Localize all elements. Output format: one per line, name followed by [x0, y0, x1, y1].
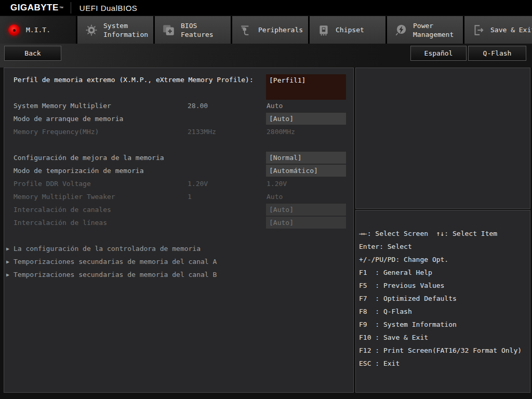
- submenu-channel-a-timings[interactable]: ▶ Temporizaciones secundarias de memoria…: [4, 255, 353, 268]
- setting-value[interactable]: [Perfil1]: [266, 74, 346, 100]
- top-bar: GIGABYTE™ UEFI DualBIOS: [0, 0, 532, 16]
- setting-label: Modo de temporización de memoria: [14, 164, 263, 177]
- tab-label: Peripherals: [258, 25, 308, 34]
- setting-label: Memory Frequency(MHz): [14, 125, 263, 138]
- tab-label: Power Management: [413, 21, 463, 39]
- qflash-button[interactable]: Q-Flash: [468, 46, 526, 61]
- tab-save-exit[interactable]: Save & Exit: [464, 16, 532, 44]
- tab-label: Save & Exit: [490, 25, 532, 34]
- help-line: F12 : Print Screen(FAT16/32 Format Only): [359, 344, 530, 357]
- setting-label: Profile DDR Voltage: [14, 177, 263, 190]
- tab-bios-features[interactable]: BIOS Features: [155, 16, 231, 44]
- setting-value: 2800MHz: [267, 125, 295, 138]
- submenu-arrow-icon: ▶: [6, 255, 9, 268]
- setting-value[interactable]: [Normal]: [266, 152, 346, 164]
- help-line: F5 : Previous Values: [359, 279, 530, 292]
- submenu-channel-b-timings[interactable]: ▶ Temporizaciones secundarias de memoria…: [4, 268, 353, 281]
- language-button[interactable]: Español: [410, 46, 467, 61]
- setting-current: 1.20V: [188, 177, 208, 190]
- back-button[interactable]: Back: [4, 46, 61, 61]
- help-line: +/-/PU/PD: Change Opt.: [359, 253, 530, 266]
- tab-label: System Information: [103, 21, 153, 39]
- setting-row-memory-boot-mode[interactable]: Modo de arranque de memoria [Auto]: [4, 112, 353, 125]
- setting-label: Intercalación de canales: [14, 203, 263, 216]
- help-line: →←: Select Screen ↑↓: Select Item: [359, 227, 530, 240]
- setting-row-memory-multiplier-tweaker: Memory Multiplier Tweaker 1 Auto: [4, 190, 353, 203]
- help-line: F10 : Save & Exit: [359, 331, 530, 344]
- submenu-label: Temporizaciones secundarias de memoria d…: [14, 255, 217, 268]
- tab-peripherals[interactable]: Peripherals: [232, 16, 308, 44]
- setting-value: 1.20V: [267, 177, 287, 190]
- key-help-panel: →←: Select Screen ↑↓: Select Item Enter:…: [355, 210, 530, 393]
- tab-chipset[interactable]: Chipset: [310, 16, 385, 44]
- submenu-memory-controller[interactable]: ▶ La configuración de la controladora de…: [4, 242, 353, 255]
- setting-label: Memory Multiplier Tweaker: [14, 190, 263, 203]
- tab-power-management[interactable]: Power Management: [387, 16, 463, 44]
- help-line: F1 : General Help: [359, 266, 530, 279]
- setting-value: [Auto]: [266, 204, 346, 216]
- setting-value[interactable]: [Auto]: [266, 113, 346, 125]
- save-exit-door-icon: [471, 23, 486, 37]
- setting-value: Auto: [267, 99, 283, 112]
- tab-label: Chipset: [336, 25, 385, 34]
- item-help-panel: [355, 68, 530, 209]
- settings-panel: Perfil de memoria extremo (X.M.P., eXtre…: [4, 68, 354, 393]
- setting-row-profile-ddr-voltage: Profile DDR Voltage 1.20V 1.20V: [4, 177, 353, 190]
- setting-label: Perfil de memoria extremo (X.M.P., eXtre…: [14, 73, 263, 86]
- setting-value: [Auto]: [266, 217, 346, 229]
- submenu-arrow-icon: ▶: [6, 242, 9, 255]
- help-line: F9 : System Information: [359, 318, 530, 331]
- setting-row-memory-enhancement[interactable]: Configuración de mejora de la memoria [N…: [4, 151, 353, 164]
- setting-row-system-memory-multiplier[interactable]: System Memory Multiplier 28.00 Auto: [4, 99, 353, 112]
- tab-system-information[interactable]: System Information: [77, 16, 153, 44]
- tab-label: BIOS Features: [181, 21, 231, 39]
- gigabyte-logo: GIGABYTE: [10, 3, 59, 13]
- setting-row-rank-interleaving: Intercalación de líneas [Auto]: [4, 216, 353, 229]
- setting-label: Intercalación de líneas: [14, 216, 263, 229]
- setting-row-xmp[interactable]: Perfil de memoria extremo (X.M.P., eXtre…: [4, 73, 353, 99]
- tab-label: M.I.T.: [26, 25, 76, 34]
- submenu-arrow-icon: ▶: [6, 268, 9, 281]
- trademark-symbol: ™: [59, 6, 63, 10]
- setting-value: Auto: [267, 190, 283, 203]
- setting-label: System Memory Multiplier: [14, 99, 263, 112]
- gear-icon: [84, 23, 99, 37]
- help-line: F8 : Q-Flash: [359, 305, 530, 318]
- chipset-icon: [316, 23, 331, 37]
- setting-current: 1: [188, 190, 192, 203]
- setting-current: 28.00: [188, 99, 208, 112]
- bios-title: UEFI DualBIOS: [79, 4, 138, 12]
- tab-mit[interactable]: M.I.T.: [0, 16, 76, 44]
- help-line: Enter: Select: [359, 240, 530, 253]
- setting-label: Modo de arranque de memoria: [14, 112, 263, 125]
- power-lightning-icon: [393, 23, 409, 37]
- submenu-label: La configuración de la controladora de m…: [14, 242, 201, 255]
- setting-row-channel-interleaving: Intercalación de canales [Auto]: [4, 203, 353, 216]
- setting-row-memory-timing-mode[interactable]: Modo de temporización de memoria [Automá…: [4, 164, 353, 177]
- bios-screen: GIGABYTE™ UEFI DualBIOS M.I.T. System In…: [0, 0, 532, 399]
- bios-chip-icon: [161, 23, 177, 37]
- mit-led-icon: [6, 24, 22, 36]
- row-spacer: [4, 138, 353, 151]
- help-line: ESC : Exit: [359, 357, 530, 370]
- setting-label: Configuración de mejora de la memoria: [14, 151, 263, 164]
- peripherals-icon: [238, 23, 254, 37]
- topbar-divider: [71, 2, 71, 14]
- help-line: F7 : Optimized Defaults: [359, 292, 530, 305]
- tab-bar: M.I.T. System Information BIOS Features …: [0, 16, 532, 44]
- setting-value[interactable]: [Automático]: [266, 165, 346, 177]
- setting-current: 2133MHz: [188, 125, 216, 138]
- setting-row-memory-frequency: Memory Frequency(MHz) 2133MHz 2800MHz: [4, 125, 353, 138]
- submenu-label: Temporizaciones secundarias de memoria d…: [14, 268, 217, 281]
- row-spacer: [4, 229, 353, 242]
